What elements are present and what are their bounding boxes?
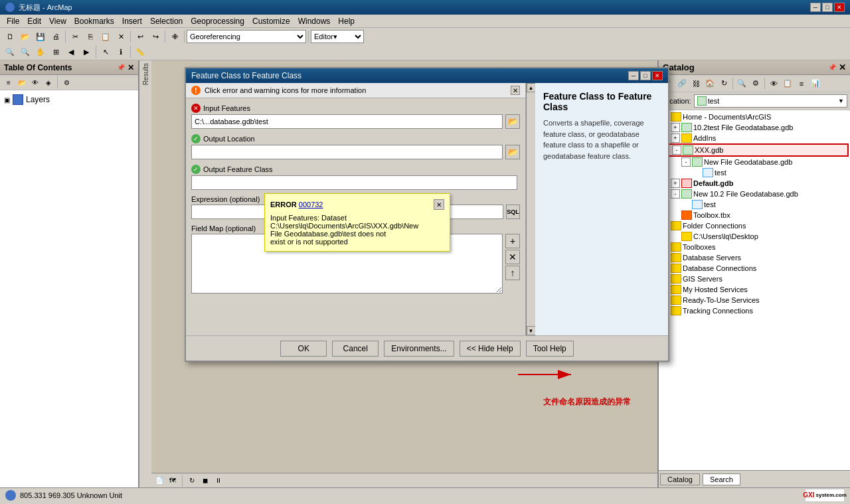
menu-bookmarks[interactable]: Bookmarks xyxy=(70,15,118,27)
fieldmap-add-button[interactable]: + xyxy=(505,234,520,248)
menu-help[interactable]: Help xyxy=(334,15,359,27)
save-button[interactable]: 💾 xyxy=(33,29,48,44)
dialog-window-controls[interactable]: ─ □ ✕ xyxy=(628,71,663,80)
prev-extent-button[interactable]: ◀ xyxy=(64,44,78,59)
output-location-field[interactable] xyxy=(191,145,503,159)
identify-button[interactable]: ℹ xyxy=(114,44,128,59)
next-extent-button[interactable]: ▶ xyxy=(79,44,94,59)
tree-item-toolbox[interactable]: Toolbox.tbx xyxy=(660,210,849,220)
fieldmap-up-button[interactable]: ↑ xyxy=(505,266,520,280)
newfilegdb-expander[interactable]: - xyxy=(681,157,691,167)
paste-button[interactable]: 📋 xyxy=(98,29,113,44)
xxxgdb-expander[interactable]: - xyxy=(672,145,681,155)
tree-item-addins[interactable]: + AddIns xyxy=(660,133,849,143)
tool-help-button[interactable]: Tool Help xyxy=(526,341,574,357)
menu-insert[interactable]: Insert xyxy=(118,15,146,27)
input-features-field[interactable] xyxy=(191,114,503,129)
catalog-pin-button[interactable]: 📌 xyxy=(828,64,836,71)
catalog-options-button[interactable]: ⚙ xyxy=(749,77,762,90)
editor-dropdown[interactable]: Editor▾ xyxy=(311,30,364,43)
menu-selection[interactable]: Selection xyxy=(146,15,187,27)
tree-item-defaultgdb[interactable]: + Default.gdb xyxy=(660,178,849,189)
new102gdb-expander[interactable]: - xyxy=(671,189,680,199)
menu-geoprocessing[interactable]: Geoprocessing xyxy=(187,15,248,27)
catalog-search-button[interactable]: 🔍 xyxy=(735,77,748,90)
minimize-button[interactable]: ─ xyxy=(810,3,821,12)
toc-options-button[interactable]: ⚙ xyxy=(60,76,72,88)
tree-item-home[interactable]: - Home - Documents\ArcGIS xyxy=(660,112,849,122)
cancel-button[interactable]: Cancel xyxy=(332,341,379,357)
tree-item-desktop[interactable]: C:\Users\lq\Desktop xyxy=(660,231,849,242)
menu-edit[interactable]: Edit xyxy=(23,15,45,27)
dialog-scrollbar[interactable]: ▲ ▼ xyxy=(526,83,535,335)
catalog-home-button[interactable]: 🏠 xyxy=(703,77,717,90)
dialog-minimize-button[interactable]: ─ xyxy=(628,71,639,80)
menu-view[interactable]: View xyxy=(45,15,70,27)
toc-selection-button[interactable]: ◈ xyxy=(42,76,54,88)
zoom-out-button[interactable]: 🔍 xyxy=(18,44,33,59)
redo-button[interactable]: ↪ xyxy=(148,29,163,44)
tree-item-test2[interactable]: test xyxy=(660,199,849,210)
environments-button[interactable]: Environments... xyxy=(384,341,454,357)
error-popup-close[interactable]: ✕ xyxy=(434,199,444,210)
scroll-down-button[interactable]: ▼ xyxy=(527,326,536,335)
error-code-link[interactable]: 000732 xyxy=(299,201,323,209)
window-controls[interactable]: ─ □ ✕ xyxy=(810,3,845,12)
new-button[interactable]: 🗋 xyxy=(3,29,17,44)
catalog-metadata-button[interactable]: 📋 xyxy=(781,77,794,90)
tree-item-new102gdb[interactable]: - New 10.2 File Geodatabase.gdb xyxy=(660,189,849,199)
data-view-button[interactable]: 🗺 xyxy=(167,475,178,486)
toc-visibility-button[interactable]: 👁 xyxy=(29,76,41,88)
delete-button[interactable]: ✕ xyxy=(114,29,128,44)
tree-item-dbconn[interactable]: + Database Connections xyxy=(660,263,849,274)
georeferencing-dropdown[interactable]: Georeferencing xyxy=(187,30,306,43)
pause-button[interactable]: ⏸ xyxy=(213,475,224,486)
catalog-list-button[interactable]: ≡ xyxy=(795,77,808,90)
search-tab[interactable]: Search xyxy=(703,473,740,485)
fieldmap-remove-button[interactable]: ✕ xyxy=(505,250,520,264)
layout-view-button[interactable]: 📄 xyxy=(154,475,165,486)
close-info-button[interactable]: ✕ xyxy=(511,86,520,95)
tree-item-dbservers[interactable]: + Database Servers xyxy=(660,252,849,263)
pan-button[interactable]: ✋ xyxy=(33,44,48,59)
dialog-close-button[interactable]: ✕ xyxy=(652,71,663,80)
results-tab[interactable]: Results xyxy=(142,63,149,85)
tree-item-newfilegdb[interactable]: - New File Geodatabase.gdb xyxy=(660,157,849,167)
maximize-button[interactable]: □ xyxy=(822,3,833,12)
tree-item-readytouse[interactable]: + Ready-To-Use Services xyxy=(660,295,849,305)
close-button[interactable]: ✕ xyxy=(834,3,845,12)
measure-button[interactable]: 📏 xyxy=(133,44,147,59)
catalog-disconnect-button[interactable]: ⛓ xyxy=(689,77,703,90)
menu-windows[interactable]: Windows xyxy=(294,15,335,27)
catalog-refresh-button[interactable]: ↻ xyxy=(717,77,730,90)
zoom-in-button[interactable]: 🔍 xyxy=(3,44,17,59)
hide-help-button[interactable]: << Hide Help xyxy=(460,341,521,357)
location-dropdown-button[interactable]: ▼ xyxy=(838,98,844,104)
tree-item-folderconn[interactable]: - Folder Connections xyxy=(660,220,849,231)
dialog-maximize-button[interactable]: □ xyxy=(640,71,651,80)
catalog-close-button[interactable]: ✕ xyxy=(839,62,846,72)
layers-group[interactable]: ▣ Layers xyxy=(3,93,135,106)
add-data-button[interactable]: ✙ xyxy=(167,29,182,44)
input-browse-button[interactable]: 📂 xyxy=(505,114,520,129)
tree-item-hostedservices[interactable]: + My Hosted Services xyxy=(660,284,849,295)
catalog-connect-button[interactable]: 🔗 xyxy=(675,77,689,90)
ok-button[interactable]: OK xyxy=(280,341,327,357)
catalog-preview-button[interactable]: 👁 xyxy=(767,77,780,90)
location-input[interactable] xyxy=(708,97,837,105)
tree-item-test1[interactable]: test xyxy=(660,167,849,178)
toc-close-button[interactable]: ✕ xyxy=(128,63,134,72)
refresh-button[interactable]: ↻ xyxy=(187,475,197,486)
open-button[interactable]: 📂 xyxy=(18,29,33,44)
defaultgdb-expander[interactable]: + xyxy=(671,179,680,188)
map-area[interactable]: 📄 🗺 ↻ ◼ ⏸ Feature Class to Feature Class… xyxy=(151,60,657,487)
undo-button[interactable]: ↩ xyxy=(133,29,147,44)
copy-button[interactable]: ⎘ xyxy=(83,29,98,44)
full-extent-button[interactable]: ⊞ xyxy=(48,44,63,59)
scroll-up-button[interactable]: ▲ xyxy=(527,83,536,92)
tree-item-toolboxes[interactable]: + Toolboxes xyxy=(660,242,849,252)
addins-expander[interactable]: + xyxy=(671,133,680,143)
toc-source-button[interactable]: 📂 xyxy=(16,76,28,88)
output-browse-button[interactable]: 📂 xyxy=(505,145,520,159)
output-featureclass-field[interactable] xyxy=(191,175,517,190)
